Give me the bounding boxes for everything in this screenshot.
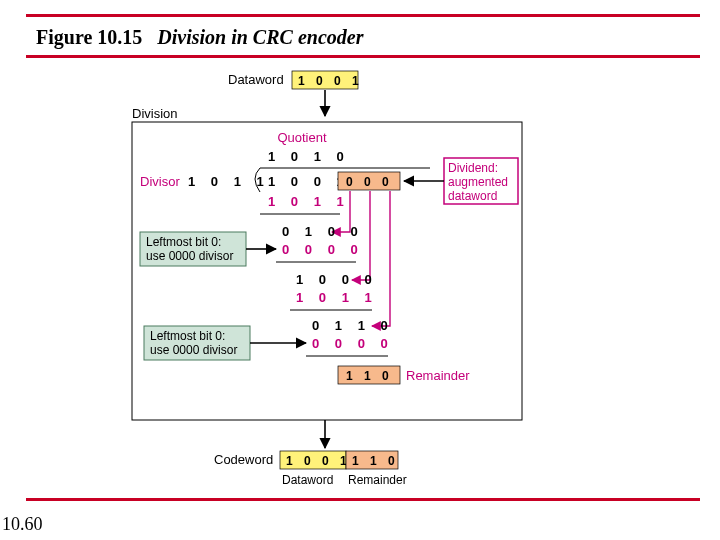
bits-row2: 1 0 1 1 (268, 194, 350, 209)
dividend-note-2: augmented (448, 175, 508, 189)
bits-row3: 0 1 0 0 (282, 224, 364, 239)
bits-dividend-aug: 0 0 0 (346, 175, 393, 189)
crc-diagram: Dataword 1 0 0 1 Division Quotient 1 0 1… (0, 0, 720, 540)
bits-codeword-data: 1 0 0 1 (286, 454, 351, 468)
leftnote-1a: Leftmost bit 0: (146, 235, 221, 249)
dividend-note-1: Dividend: (448, 161, 498, 175)
arrow-aug-3 (372, 191, 390, 326)
label-division: Division (132, 106, 178, 121)
label-codeword-remainder: Remainder (348, 473, 407, 487)
bits-row6: 1 0 1 1 (296, 290, 378, 305)
bits-divisor: 1 0 1 1 (188, 174, 270, 189)
label-divisor: Divisor (140, 174, 180, 189)
leftnote-2b: use 0000 divisor (150, 343, 237, 357)
bits-quotient: 1 0 1 0 (268, 149, 350, 164)
bits-dataword: 1 0 0 1 (298, 74, 363, 88)
bits-codeword-rem: 1 1 0 (352, 454, 399, 468)
leftnote-1b: use 0000 divisor (146, 249, 233, 263)
bits-row5: 1 0 0 0 (296, 272, 378, 287)
bits-row8: 0 0 0 0 (312, 336, 394, 351)
bits-row4: 0 0 0 0 (282, 242, 364, 257)
label-dataword: Dataword (228, 72, 284, 87)
bits-remainder: 1 1 0 (346, 369, 393, 383)
dividend-note-3: dataword (448, 189, 497, 203)
bits-row7: 0 1 1 0 (312, 318, 394, 333)
leftnote-2a: Leftmost bit 0: (150, 329, 225, 343)
label-remainder: Remainder (406, 368, 470, 383)
label-codeword: Codeword (214, 452, 273, 467)
bits-dividend-base: 1 0 0 1 (268, 174, 350, 189)
label-codeword-dataword: Dataword (282, 473, 333, 487)
label-quotient: Quotient (277, 130, 327, 145)
